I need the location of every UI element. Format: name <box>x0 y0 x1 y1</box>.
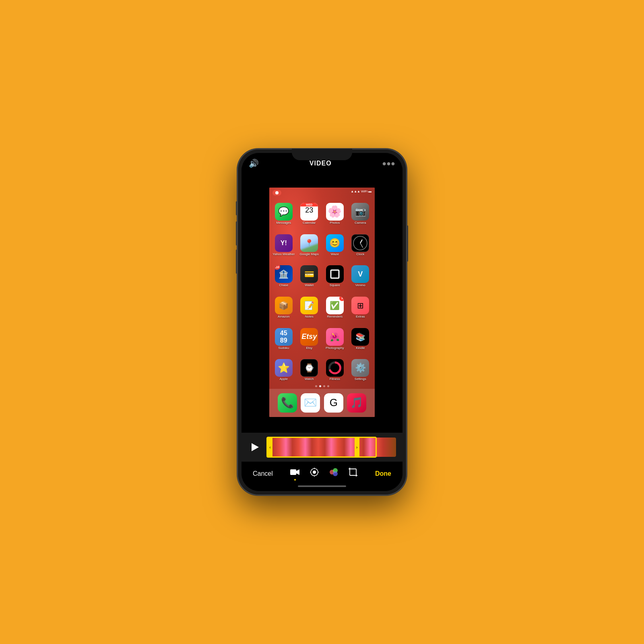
app-row-6: ⭐ Apple ⌚ Watch <box>271 355 373 386</box>
inner-phone-screen: ▲▲▲ WiFi ▬ 💬 Messages <box>269 188 375 417</box>
google-dock-icon[interactable]: G <box>324 393 343 413</box>
app-yahoo[interactable]: Y! Yahoo Weather <box>272 234 295 256</box>
wallet-icon: 💳 <box>300 265 318 283</box>
app-notes[interactable]: 📝 Notes <box>298 297 320 319</box>
notes-label: Notes <box>305 315 314 319</box>
square-label: Square <box>330 284 340 287</box>
app-photography[interactable]: 🌺 Photography <box>324 328 346 350</box>
waze-label: Waze <box>331 253 339 256</box>
app-row-2: Y! Yahoo Weather 📍 Google Maps <box>271 230 373 260</box>
done-button[interactable]: Done <box>372 469 394 479</box>
phone-dock-icon[interactable]: 📞 <box>278 393 297 413</box>
volume-down-button[interactable] <box>236 250 237 274</box>
app-row-5: 4589 Sudoku Etsy Etsy 🌺 <box>271 324 373 354</box>
venmo-label: Venmo <box>355 284 365 287</box>
app-extras[interactable]: ⊞ Extras <box>349 297 372 319</box>
app-maps[interactable]: 📍 Google Maps <box>298 234 320 256</box>
clock-face <box>353 236 367 250</box>
page-dot-1 <box>315 385 317 387</box>
app-amazon[interactable]: 📦 Amazon <box>272 297 295 319</box>
app-settings[interactable]: ⚙️ Settings <box>349 359 372 381</box>
chase-icon: 🏦 110 <box>275 265 293 283</box>
app-etsy[interactable]: Etsy Etsy <box>298 328 320 350</box>
play-triangle-icon <box>252 443 259 451</box>
extras-label: Extras <box>356 315 365 319</box>
wifi-icon: WiFi <box>361 190 367 193</box>
volume-up-button[interactable] <box>236 221 237 246</box>
app-camera[interactable]: 📷 Camera <box>349 203 372 225</box>
notch <box>292 149 352 160</box>
yahoo-label: Yahoo Weather <box>272 253 295 256</box>
app-wallet[interactable]: 💳 Wallet <box>298 265 320 287</box>
adjust-tool[interactable] <box>309 466 320 478</box>
app-calendar[interactable]: WED 23 Calendar <box>298 203 320 225</box>
calendar-date: 23 <box>305 206 313 215</box>
svg-point-2 <box>313 471 316 474</box>
clock-hour-hand <box>360 239 363 243</box>
app-sudoku[interactable]: 4589 Sudoku <box>272 328 295 350</box>
kindle-icon: 📚 <box>351 328 369 346</box>
photos-label: Photos <box>330 221 340 225</box>
app-kindle[interactable]: 📚 Kindle <box>349 328 372 350</box>
photography-label: Photography <box>326 347 344 350</box>
app-photos[interactable]: 🌸 Photos <box>324 203 346 225</box>
mute-button[interactable] <box>236 201 237 215</box>
app-square[interactable]: Square <box>324 265 346 287</box>
crop-tool-icon <box>347 466 359 478</box>
video-title: VIDEO <box>310 160 332 167</box>
app-clock[interactable]: Clock <box>349 234 372 256</box>
waze-icon: 😊 <box>326 234 344 252</box>
messages-icon: 💬 <box>275 203 293 221</box>
app-watch[interactable]: ⌚ Watch <box>298 359 320 381</box>
app-venmo[interactable]: V Venmo <box>349 265 372 287</box>
volume-icon[interactable]: 🔊 <box>249 159 259 168</box>
app-messages[interactable]: 💬 Messages <box>272 203 295 225</box>
app-reminders[interactable]: ✅ 3 Reminders <box>324 297 346 319</box>
clock-label: Clock <box>356 253 364 256</box>
power-button[interactable] <box>407 225 408 262</box>
music-dock-icon[interactable]: 🎵 <box>347 393 366 413</box>
kindle-label: Kindle <box>356 347 365 350</box>
signal-icon: ▲▲▲ <box>351 190 360 193</box>
wallet-label: Wallet <box>305 284 314 287</box>
camera-label: Camera <box>355 221 366 225</box>
apple-label: Apple <box>280 378 288 381</box>
timeline-track <box>266 438 396 457</box>
gmail-dock-icon[interactable]: ✉️ <box>301 393 320 413</box>
photos-icon: 🌸 <box>326 203 344 221</box>
reminders-icon: ✅ 3 <box>326 297 344 314</box>
settings-label: Settings <box>355 378 366 381</box>
yahoo-icon: Y! <box>275 234 293 252</box>
camera-icon: 📷 <box>351 203 369 221</box>
reminders-label: Reminders <box>327 315 343 319</box>
svg-rect-11 <box>350 469 356 475</box>
inner-status-bar: ▲▲▲ WiFi ▬ <box>269 188 375 196</box>
calendar-label: Calendar <box>303 221 316 225</box>
svg-rect-1 <box>290 469 296 475</box>
home-bar[interactable] <box>298 485 346 487</box>
record-indicator <box>272 190 281 196</box>
cancel-button[interactable]: Cancel <box>250 469 276 479</box>
fitness-inner <box>330 363 339 372</box>
dock: 📞 ✉️ G 🎵 <box>269 389 375 417</box>
play-button[interactable] <box>248 440 262 454</box>
video-tool-indicator <box>294 479 296 481</box>
crop-tool[interactable] <box>347 466 359 478</box>
page-dot-2 <box>319 385 321 387</box>
filter-tool[interactable] <box>328 466 339 478</box>
video-preview[interactable]: ▲▲▲ WiFi ▬ 💬 Messages <box>242 171 402 433</box>
app-fitness[interactable]: Fitness <box>324 359 346 381</box>
video-tool[interactable] <box>289 466 301 481</box>
etsy-label: Etsy <box>306 347 312 350</box>
amazon-label: Amazon <box>278 315 289 319</box>
clock-minute-hand <box>360 243 363 248</box>
timeline-strip[interactable]: ‹ › <box>266 437 396 458</box>
watch-label: Watch <box>305 378 314 381</box>
app-apple[interactable]: ⭐ Apple <box>272 359 295 381</box>
more-options-icon[interactable]: ●●● <box>382 159 395 168</box>
app-chase[interactable]: 🏦 110 Chase <box>272 265 295 287</box>
maps-label: Google Maps <box>299 253 319 256</box>
filter-tool-icon <box>328 466 339 478</box>
app-waze[interactable]: 😊 Waze <box>324 234 346 256</box>
messages-label: Messages <box>277 221 291 225</box>
